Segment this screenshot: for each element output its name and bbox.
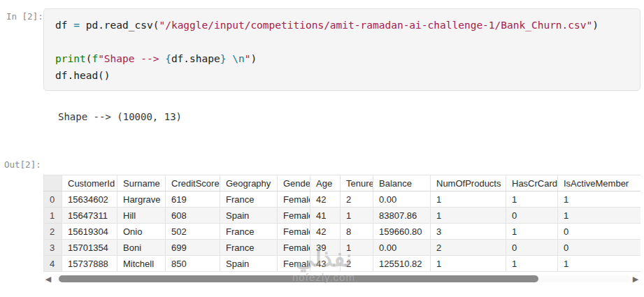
row-index-cell: 4: [44, 256, 62, 272]
code-line: [55, 34, 629, 50]
table-cell: France: [220, 191, 278, 208]
table-cell: France: [220, 240, 278, 256]
table-cell: 1: [431, 208, 506, 224]
table-cell: Spain: [220, 208, 278, 224]
table-cell: 15647311: [62, 208, 117, 224]
table-row: 015634602Hargrave619FranceFemale4220.001…: [44, 191, 641, 208]
table-cell: France: [220, 224, 278, 240]
dataframe-table: CustomerIdSurnameCreditScoreGeographyGen…: [43, 175, 641, 272]
table-cell: 0: [506, 208, 558, 224]
column-header: [44, 175, 62, 191]
table-cell: 1: [558, 256, 641, 272]
table-cell: 0: [506, 240, 558, 256]
column-header: CreditScore: [166, 175, 220, 191]
table-cell: Hargrave: [117, 191, 166, 208]
table-cell: 15701354: [62, 240, 117, 256]
row-index-cell: 1: [44, 208, 62, 224]
table-cell: 42: [310, 191, 341, 208]
table-cell: 15634602: [62, 191, 117, 208]
table-cell: Female: [278, 191, 310, 208]
table-cell: 83807.86: [373, 208, 431, 224]
code-line: df = pd.read_csv("/kaggle/input/competit…: [55, 17, 629, 34]
table-cell: 1: [558, 208, 641, 224]
table-header-row: CustomerIdSurnameCreditScoreGeographyGen…: [44, 175, 641, 191]
table-cell: 0.00: [373, 191, 431, 208]
table-cell: 1: [506, 224, 558, 240]
table-cell: Hill: [117, 208, 166, 224]
notebook-page: In [2]: df = pd.read_csv("/kaggle/input/…: [0, 0, 644, 297]
table-cell: 619: [166, 191, 220, 208]
table-cell: 2: [341, 191, 373, 208]
table-cell: 8: [341, 224, 373, 240]
column-header: IsActiveMember: [558, 175, 641, 191]
table-row: 415737888Mitchell850SpainFemale432125510…: [44, 256, 641, 272]
code-cell[interactable]: df = pd.read_csv("/kaggle/input/competit…: [43, 8, 641, 91]
column-header: Age: [310, 175, 341, 191]
output-prompt-label: Out[2]:: [4, 159, 41, 170]
table-row: 315701354Boni699FranceFemale3910.00200: [44, 240, 641, 256]
table-row: 215619304Onio502FranceFemale428159660.80…: [44, 224, 641, 240]
row-index-cell: 2: [44, 224, 62, 240]
table-cell: 0.00: [373, 240, 431, 256]
table-cell: 41: [310, 208, 341, 224]
table-cell: Female: [278, 240, 310, 256]
table-cell: 159660.80: [373, 224, 431, 240]
column-header: Geography: [220, 175, 278, 191]
table-cell: 1: [506, 256, 558, 272]
table-cell: 125510.82: [373, 256, 431, 272]
code-block: df = pd.read_csv("/kaggle/input/competit…: [55, 17, 629, 84]
column-header: HasCrCard: [506, 175, 558, 191]
table-cell: 43: [310, 256, 341, 272]
table-cell: 3: [431, 224, 506, 240]
table-cell: 15619304: [62, 224, 117, 240]
table-cell: 608: [166, 208, 220, 224]
table-cell: Female: [278, 208, 310, 224]
table-cell: Boni: [117, 240, 166, 256]
table-cell: 42: [310, 224, 341, 240]
column-header: Balance: [373, 175, 431, 191]
table-cell: 1: [431, 191, 506, 208]
scrollbar-thumb[interactable]: [59, 275, 538, 282]
table-cell: 1: [341, 240, 373, 256]
table-cell: 2: [341, 256, 373, 272]
code-line: df.head(): [55, 67, 629, 84]
row-index-cell: 3: [44, 240, 62, 256]
table-cell: 699: [166, 240, 220, 256]
table-cell: 1: [341, 208, 373, 224]
table-cell: 1: [431, 256, 506, 272]
scrollbar-track[interactable]: [53, 275, 631, 282]
column-header: Surname: [117, 175, 166, 191]
scroll-left-icon[interactable]: ◀: [43, 273, 53, 284]
table-cell: Spain: [220, 256, 278, 272]
scroll-right-icon[interactable]: ▶: [631, 273, 641, 284]
table-cell: 15737888: [62, 256, 117, 272]
table-cell: 2: [431, 240, 506, 256]
table-cell: Female: [278, 256, 310, 272]
table-cell: Mitchell: [117, 256, 166, 272]
code-line: print(f"Shape --> {df.shape} \n"): [55, 50, 629, 67]
table-cell: Onio: [117, 224, 166, 240]
column-header: NumOfProducts: [431, 175, 506, 191]
horizontal-scrollbar: ◀ ▶: [43, 273, 641, 284]
stdout-text: Shape --> (10000, 13): [58, 111, 182, 122]
table-cell: 0: [558, 224, 641, 240]
column-header: CustomerId: [62, 175, 117, 191]
table-cell: Female: [278, 224, 310, 240]
dataframe-output: CustomerIdSurnameCreditScoreGeographyGen…: [43, 175, 641, 272]
table-row: 115647311Hill608SpainFemale41183807.8610…: [44, 208, 641, 224]
table-cell: 1: [558, 191, 641, 208]
table-cell: 1: [506, 191, 558, 208]
row-index-cell: 0: [44, 191, 62, 208]
input-prompt-label: In [2]:: [6, 11, 43, 22]
column-header: Tenure: [341, 175, 373, 191]
table-cell: 0: [558, 240, 641, 256]
table-cell: 850: [166, 256, 220, 272]
table-cell: 502: [166, 224, 220, 240]
table-cell: 39: [310, 240, 341, 256]
column-header: Gender: [278, 175, 310, 191]
